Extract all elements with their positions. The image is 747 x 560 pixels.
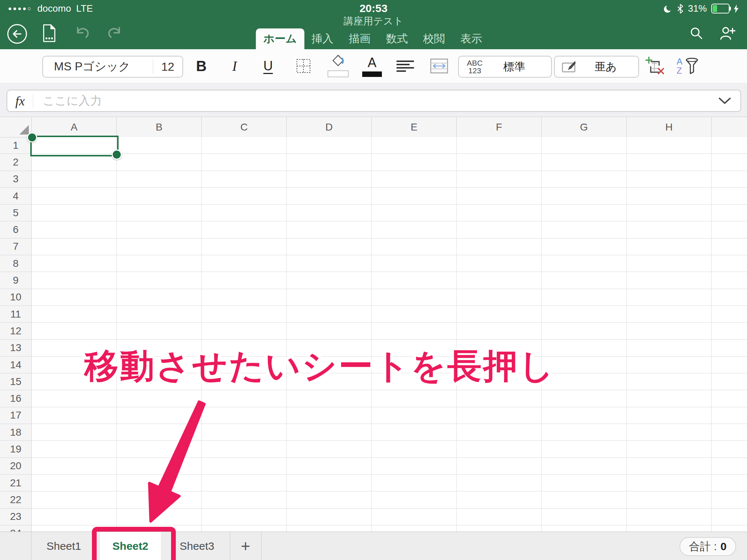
number-format-button[interactable]: ABC 123 標準 <box>458 56 552 78</box>
cell-D11[interactable] <box>287 306 372 323</box>
column-header-E[interactable]: E <box>372 117 457 137</box>
select-all-corner[interactable] <box>0 117 32 137</box>
cell-F12[interactable] <box>457 323 542 339</box>
row-header-1[interactable]: 1 <box>0 137 32 154</box>
cell-H8[interactable] <box>627 255 712 272</box>
cell-D1[interactable] <box>287 137 372 154</box>
cell-B20[interactable] <box>117 458 202 475</box>
sheet-tab-sheet3[interactable]: Sheet3 <box>164 532 230 560</box>
cell-G4[interactable] <box>542 188 627 205</box>
italic-button[interactable]: I <box>223 49 246 83</box>
cell-F19[interactable] <box>457 441 542 458</box>
cell-A11[interactable] <box>32 306 117 323</box>
cell-G5[interactable] <box>542 205 627 221</box>
bold-button[interactable]: B <box>190 49 213 83</box>
cell-B14[interactable] <box>117 357 202 373</box>
cell-F14[interactable] <box>457 357 542 373</box>
row-header-22[interactable]: 22 <box>0 491 32 508</box>
cell-D24[interactable] <box>287 525 372 532</box>
column-header-F[interactable]: F <box>457 117 542 137</box>
insert-delete-cells-button[interactable] <box>641 49 669 83</box>
column-header-G[interactable]: G <box>542 117 627 137</box>
cell-C6[interactable] <box>202 221 287 238</box>
cell-F16[interactable] <box>457 390 542 407</box>
alignment-button[interactable] <box>394 49 417 83</box>
borders-button[interactable] <box>292 49 315 83</box>
cell-C7[interactable] <box>202 238 287 255</box>
redo-button[interactable] <box>104 23 125 44</box>
cell-H20[interactable] <box>627 458 712 475</box>
cell-D6[interactable] <box>287 221 372 238</box>
cell-D7[interactable] <box>287 238 372 255</box>
cell-H17[interactable] <box>627 407 712 424</box>
cell-B7[interactable] <box>117 238 202 255</box>
cell-C13[interactable] <box>202 340 287 357</box>
cell-C22[interactable] <box>202 491 287 508</box>
tab-view[interactable]: 表示 <box>457 28 486 49</box>
cell-G3[interactable] <box>542 171 627 188</box>
cell-E13[interactable] <box>372 340 457 357</box>
cell-A16[interactable] <box>32 390 117 407</box>
cell-D15[interactable] <box>287 373 372 390</box>
cell-C10[interactable] <box>202 289 287 306</box>
cell-F17[interactable] <box>457 407 542 424</box>
cell-B15[interactable] <box>117 373 202 390</box>
cell-D22[interactable] <box>287 491 372 508</box>
cell-A24[interactable] <box>32 525 117 532</box>
cell-D13[interactable] <box>287 340 372 357</box>
cell-C18[interactable] <box>202 424 287 441</box>
sheet-tab-sheet2[interactable]: Sheet2 <box>100 532 161 560</box>
cell-H4[interactable] <box>627 188 712 205</box>
cell-F10[interactable] <box>457 289 542 306</box>
cell-G20[interactable] <box>542 458 627 475</box>
font-size[interactable]: 12 <box>153 60 182 74</box>
cell-D16[interactable] <box>287 390 372 407</box>
cell-E3[interactable] <box>372 171 457 188</box>
sort-filter-button[interactable]: A Z <box>672 49 704 83</box>
cell-F3[interactable] <box>457 171 542 188</box>
tab-review[interactable]: 校閲 <box>419 28 449 49</box>
cell-A10[interactable] <box>32 289 117 306</box>
cell-A7[interactable] <box>32 238 117 255</box>
cell-B23[interactable] <box>117 509 202 525</box>
cell-A2[interactable] <box>32 154 117 171</box>
row-header-11[interactable]: 11 <box>0 306 32 323</box>
cell-F4[interactable] <box>457 188 542 205</box>
cell-E14[interactable] <box>372 357 457 373</box>
cell-A14[interactable] <box>32 357 117 373</box>
row-header-8[interactable]: 8 <box>0 255 32 272</box>
cell-H3[interactable] <box>627 171 712 188</box>
sum-pill[interactable]: 合計 : 0 <box>680 537 736 556</box>
cell-G12[interactable] <box>542 323 627 339</box>
cell-A23[interactable] <box>32 509 117 525</box>
cell-E24[interactable] <box>372 525 457 532</box>
cell-G17[interactable] <box>542 407 627 424</box>
cell-G24[interactable] <box>542 525 627 532</box>
row-header-24[interactable]: 24 <box>0 525 32 532</box>
tab-home[interactable]: ホーム <box>256 28 305 49</box>
font-selector[interactable]: MS Pゴシック 12 <box>42 56 183 78</box>
row-header-7[interactable]: 7 <box>0 238 32 255</box>
column-header-D[interactable]: D <box>287 117 372 137</box>
column-header-A[interactable]: A <box>32 117 117 137</box>
cell-D8[interactable] <box>287 255 372 272</box>
cell-E1[interactable] <box>372 137 457 154</box>
tab-formulas[interactable]: 数式 <box>382 28 411 49</box>
row-header-10[interactable]: 10 <box>0 289 32 306</box>
sheet-tab-sheet1[interactable]: Sheet1 <box>31 532 97 560</box>
share-button[interactable] <box>717 23 738 44</box>
cell-H24[interactable] <box>627 525 712 532</box>
row-header-23[interactable]: 23 <box>0 509 32 525</box>
cell-D10[interactable] <box>287 289 372 306</box>
cell-A5[interactable] <box>32 205 117 221</box>
cell-E20[interactable] <box>372 458 457 475</box>
row-header-3[interactable]: 3 <box>0 171 32 188</box>
cell-D3[interactable] <box>287 171 372 188</box>
cell-C9[interactable] <box>202 272 287 289</box>
row-header-14[interactable]: 14 <box>0 357 32 373</box>
cell-B12[interactable] <box>117 323 202 339</box>
row-header-16[interactable]: 16 <box>0 390 32 407</box>
cell-B2[interactable] <box>117 154 202 171</box>
cell-H16[interactable] <box>627 390 712 407</box>
cell-B16[interactable] <box>117 390 202 407</box>
